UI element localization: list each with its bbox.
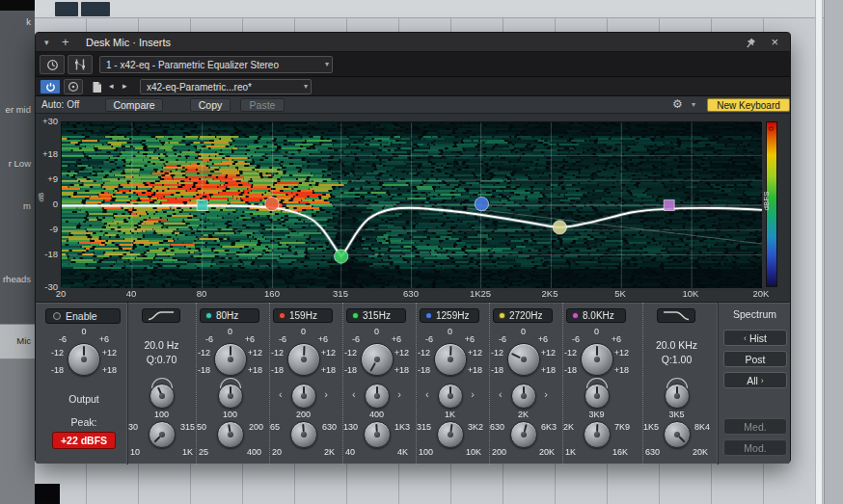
gear-icon[interactable]: ⚙ [672, 97, 683, 111]
next-preset-icon[interactable]: ▸ [122, 81, 127, 91]
save-preset-button[interactable] [88, 79, 105, 94]
compare-button[interactable]: Compare [105, 98, 163, 112]
freq-knob[interactable] [364, 421, 391, 448]
gain-knob[interactable] [581, 343, 613, 376]
lp-freq-knob[interactable] [664, 421, 691, 448]
db-tick: +18 [36, 149, 58, 159]
scale-label: +12 [102, 349, 117, 358]
chevron-left-icon: ‹ [352, 389, 356, 400]
freq-tick: 5K [606, 289, 635, 299]
scale-label: +18 [102, 366, 117, 375]
scale-label: -18 [564, 366, 577, 375]
close-icon[interactable]: × [771, 35, 778, 49]
output-label: Output [50, 393, 118, 405]
eq-graph[interactable] [61, 121, 761, 287]
q-knob[interactable] [438, 384, 463, 409]
freq-knob[interactable] [290, 421, 317, 448]
scale-label: 7K9 [614, 423, 630, 432]
paste-button[interactable]: Paste [240, 98, 285, 112]
grid-highlight-column [815, 0, 823, 504]
chevron-down-icon[interactable]: ▾ [692, 100, 695, 109]
gain-knob[interactable] [361, 343, 394, 376]
document-icon [92, 81, 102, 93]
column-band-1259hz: 0 -6 +6 -12 +12 -18 +18 ‹ › 1K 315 [416, 303, 483, 464]
gain-knob[interactable] [287, 343, 320, 376]
freq-knob[interactable] [510, 421, 537, 448]
hp-q-value: Q:0.70 [128, 354, 195, 365]
q-knob[interactable] [511, 384, 536, 409]
add-icon[interactable]: + [62, 35, 69, 49]
new-keyboard-button[interactable]: New Keyboard [707, 98, 790, 112]
scale-label: -6 [499, 335, 506, 344]
bypass-clock-button[interactable] [40, 55, 65, 74]
spectrum-hist-button[interactable]: ‹ Hist [723, 330, 787, 346]
selected-track-block[interactable]: Mic [0, 324, 35, 359]
scale-label: -18 [344, 366, 357, 375]
q-knob[interactable] [291, 384, 316, 409]
gain-knob[interactable] [214, 343, 247, 376]
output-gain-knob[interactable] [68, 343, 100, 376]
freq-tick: 10K [676, 289, 705, 299]
gain-knob[interactable] [434, 343, 467, 376]
hp-freq-knob[interactable] [149, 421, 176, 448]
dial-icon [68, 81, 79, 93]
spectrum-med-button[interactable]: Med. [723, 418, 787, 435]
spectrum-post-button[interactable]: Post [723, 351, 787, 367]
q-knob[interactable] [585, 384, 610, 409]
hp-q-knob[interactable] [150, 384, 175, 409]
scale-label: 3K9 [563, 411, 630, 419]
auto-mode-button[interactable]: Auto: Off [41, 99, 79, 110]
db-tick: -9 [36, 225, 58, 234]
db-tick: +9 [36, 174, 58, 184]
routing-button[interactable] [68, 55, 93, 74]
colorbar-unit-label: dBFS [762, 191, 771, 210]
scale-label: +18 [614, 366, 629, 375]
ab-compare-button[interactable] [64, 79, 83, 94]
copy-button[interactable]: Copy [190, 98, 231, 112]
scale-label: +18 [394, 366, 409, 375]
track-label[interactable]: m [23, 200, 31, 211]
freq-tick: 20K [747, 289, 775, 299]
scale-label: 315 [417, 423, 431, 432]
track-label[interactable]: rheads [3, 274, 31, 284]
scale-label: 40 [345, 448, 355, 457]
spectrum-mod-button[interactable]: Mod. [723, 439, 787, 456]
freq-knob[interactable] [437, 421, 464, 448]
track-label[interactable]: er mid [6, 104, 31, 115]
spectrum-all-button[interactable]: All › [723, 372, 787, 388]
q-knob[interactable] [365, 384, 390, 409]
timeline-ruler[interactable] [35, 0, 824, 18]
scale-label: +18 [468, 366, 482, 375]
preset-dropdown[interactable]: x42-eq-Parametric...reo* ▾ [140, 79, 312, 94]
peak-readout-button[interactable]: +22 dBFS [52, 432, 116, 449]
track-label[interactable]: r Low [9, 158, 31, 169]
column-band-159hz: 0 -6 +6 -12 +12 -18 +18 ‹ › 200 65 [269, 303, 337, 464]
scale-label: -18 [198, 366, 210, 375]
window-titlebar[interactable]: ▾ + Desk Mic · Inserts × [36, 33, 790, 52]
scale-label: +18 [248, 366, 262, 375]
scale-label: -12 [271, 349, 284, 358]
scale-label: -6 [279, 335, 286, 344]
track-label[interactable]: k [26, 16, 31, 27]
gain-knob[interactable] [507, 343, 540, 376]
scale-label: +12 [248, 349, 262, 358]
ruler-marker [81, 2, 110, 16]
column-spectrum: Spectrum ‹ Hist Post All › Med. [718, 303, 791, 464]
lp-q-knob[interactable] [665, 384, 690, 409]
scale-label: 65 [270, 423, 280, 432]
plugin-selector-dropdown[interactable]: 1 - x42-eq - Parametric Equalizer Stereo… [99, 56, 333, 73]
scale-label: -6 [572, 335, 580, 344]
q-knob[interactable] [218, 384, 243, 409]
disclosure-caret-icon[interactable]: ▾ [44, 38, 49, 47]
scale-label: 2K [490, 411, 557, 419]
chevron-down-icon: ▾ [304, 82, 308, 92]
freq-knob[interactable] [217, 421, 244, 448]
freq-knob[interactable] [584, 421, 611, 448]
plugin-power-button[interactable] [40, 79, 61, 94]
scale-label: 20K [539, 448, 555, 457]
spectrum-all-label: All [747, 375, 758, 386]
scale-label: +12 [321, 349, 336, 358]
previous-preset-icon[interactable]: ◂ [109, 81, 114, 91]
scrollbar-strip[interactable] [824, 0, 843, 504]
spectrum-hist-label: Hist [749, 332, 767, 344]
